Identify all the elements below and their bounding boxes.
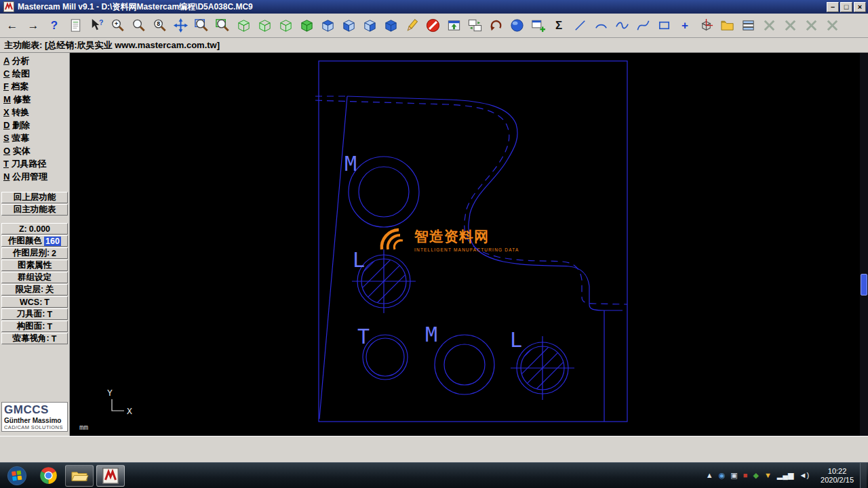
menu-item-a[interactable]: A 分析 <box>0 54 69 67</box>
gmccs-logo: GMCCS Günther Massimo CAD/CAM SOLUTIONS <box>1 402 68 432</box>
close-button[interactable]: × <box>854 2 866 12</box>
cplane-side-icon[interactable] <box>359 16 380 35</box>
zoom-out-icon[interactable]: 8 <box>149 16 170 35</box>
view-cube-icon[interactable] <box>696 16 716 35</box>
delete-icon[interactable] <box>422 16 443 35</box>
tray-app-icon-3[interactable]: ■ <box>743 472 748 479</box>
windows-start-icon <box>6 465 28 487</box>
zoom-in-icon[interactable]: + <box>107 16 127 35</box>
menu-item-c[interactable]: C 绘图 <box>0 67 69 80</box>
main-menu-button[interactable]: 回主功能表 <box>1 204 68 216</box>
explorer-taskbar-button[interactable] <box>65 465 94 487</box>
wcs-button[interactable]: WCS:T <box>1 296 68 308</box>
mastercam-taskbar-button[interactable] <box>96 465 125 487</box>
mastercam-taskbar-icon <box>102 468 119 484</box>
menu-item-x[interactable]: X 转换 <box>0 106 69 119</box>
gview-iso-icon[interactable] <box>296 16 317 35</box>
tray-app-icon-1[interactable]: ◉ <box>719 472 726 479</box>
clock-time: 10:22 <box>821 467 854 476</box>
axis-x-label: X <box>127 406 132 416</box>
menu-item-n[interactable]: N 公用管理 <box>0 170 69 183</box>
sidebar-gap <box>0 183 69 191</box>
gview-front-icon[interactable] <box>254 16 275 35</box>
hole-label-m1: M <box>344 152 357 176</box>
start-button[interactable] <box>3 465 31 487</box>
minimize-button[interactable]: – <box>827 2 839 12</box>
back-icon[interactable]: ← <box>2 16 22 35</box>
rect-icon[interactable] <box>654 16 674 35</box>
tray-network-icon[interactable]: ▂▄▆ <box>777 472 794 479</box>
analyze-icon[interactable]: Σ <box>549 16 569 35</box>
shade-icon[interactable] <box>507 16 527 35</box>
help-icon[interactable]: ? <box>44 16 64 35</box>
menu-bar-text: 主功能表: [总经销:欣昊实业 www.mastercam.com.tw] <box>4 39 220 52</box>
window-title: Mastercam Mill v9.1 - D:\资料网Mastercam编程\… <box>18 1 825 13</box>
watermark-logo-icon <box>378 226 410 253</box>
xform-mirror-icon[interactable] <box>759 16 779 35</box>
undo-icon[interactable] <box>486 16 506 35</box>
z-depth-button[interactable]: Z:0.000 <box>1 223 68 235</box>
draw-color-button[interactable]: 作图颜色160 <box>1 235 68 247</box>
spline-icon[interactable] <box>633 16 653 35</box>
menu-item-f[interactable]: F 档案 <box>0 80 69 93</box>
show-desktop-button[interactable] <box>860 463 867 488</box>
mastercam-app-icon <box>3 1 14 12</box>
gview-top-icon[interactable] <box>233 16 254 35</box>
zoom-icon[interactable] <box>128 16 149 35</box>
drawing-canvas[interactable]: M L T M L Y X 智造资料网 INTELLIGENT <box>70 53 868 436</box>
cplane-iso-icon[interactable] <box>380 16 401 35</box>
hidden-icons-chevron[interactable]: ▲ <box>706 472 713 479</box>
fit-screen-icon[interactable] <box>212 16 233 35</box>
levels-list-icon[interactable] <box>738 16 758 35</box>
maximize-button[interactable]: □ <box>840 2 852 12</box>
menu-item-t[interactable]: T 刀具路径 <box>0 157 69 170</box>
forward-icon[interactable]: → <box>23 16 43 35</box>
pan-icon[interactable] <box>170 16 191 35</box>
xform-translate-icon[interactable] <box>822 16 842 35</box>
menu-item-d[interactable]: D 删除 <box>0 119 69 131</box>
notepad-icon[interactable] <box>65 16 85 35</box>
tool-plane-button[interactable]: 刀具面:T <box>1 308 68 320</box>
canvas-scrollbar[interactable] <box>860 53 868 436</box>
group-button[interactable]: 群组设定 <box>1 272 68 283</box>
screen-blank-icon[interactable] <box>443 16 464 35</box>
xform-rotate-icon[interactable] <box>780 16 800 35</box>
back-menu-button[interactable]: 回上层功能 <box>1 192 68 203</box>
chrome-taskbar-button[interactable] <box>34 465 62 487</box>
gview-button[interactable]: 萤幕视角:T <box>1 333 68 344</box>
menu-item-m[interactable]: M 修整 <box>0 93 69 106</box>
tray-security-icon[interactable]: ◆ <box>753 472 758 479</box>
zoom-window-icon[interactable] <box>191 16 212 35</box>
chrome-icon <box>39 466 58 485</box>
hole-label-l2: L <box>510 328 522 352</box>
draw-level-button[interactable]: 作图层别:2 <box>1 247 68 259</box>
line-icon[interactable] <box>570 16 590 35</box>
gview-side-icon[interactable] <box>275 16 296 35</box>
screen-swap-icon[interactable] <box>465 16 485 35</box>
new-window-icon[interactable] <box>528 16 548 35</box>
repaint-icon[interactable] <box>401 16 422 35</box>
tray-app-icon-2[interactable]: ▣ <box>730 472 737 479</box>
xform-scale-icon[interactable] <box>801 16 821 35</box>
menu-bar: 主功能表: [总经销:欣昊实业 www.mastercam.com.tw] <box>0 38 868 53</box>
tray-update-icon[interactable]: ▼ <box>764 472 772 479</box>
point-icon[interactable]: + <box>675 16 695 35</box>
tray-volume-icon[interactable]: ◄) <box>800 472 810 479</box>
file-open-icon[interactable] <box>717 16 737 35</box>
menu-item-s[interactable]: S 萤幕 <box>0 131 69 144</box>
units-label: mm <box>79 423 88 432</box>
cplane-front-icon[interactable] <box>338 16 359 35</box>
limit-level-button[interactable]: 限定层:关 <box>1 284 68 296</box>
cplane-top-icon[interactable] <box>317 16 338 35</box>
scrollbar-thumb[interactable] <box>861 274 867 296</box>
context-help-icon[interactable]: ? <box>86 16 106 35</box>
attributes-button[interactable]: 图素属性 <box>1 260 68 271</box>
taskbar-clock[interactable]: 10:22 2020/2/15 <box>814 467 860 485</box>
axis-y-label: Y <box>107 388 113 398</box>
system-tray: ▲◉▣■◆▼▂▄▆◄) 10:22 2020/2/15 <box>701 463 867 488</box>
cplane-button[interactable]: 构图面:T <box>1 321 68 332</box>
arc-icon[interactable] <box>591 16 611 35</box>
fillet-icon[interactable] <box>612 16 632 35</box>
menu-item-o[interactable]: O 实体 <box>0 144 69 157</box>
clock-date: 2020/2/15 <box>821 476 854 485</box>
